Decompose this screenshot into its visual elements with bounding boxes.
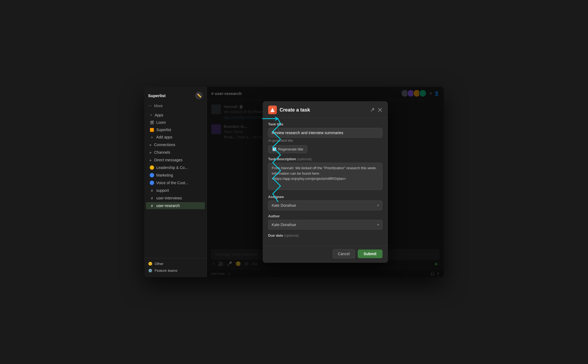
- ai-generated-label: AI-generated title: [268, 139, 382, 143]
- author-label: Author: [268, 214, 382, 218]
- author-value: Kate Donahue: [272, 223, 296, 227]
- leadership-dot-icon: [150, 165, 154, 170]
- create-task-modal: Create a task: [263, 101, 388, 263]
- sidebar-item-marketing[interactable]: Marketing: [146, 172, 205, 179]
- assignee-group: Assignee Kate Donahue ▾: [268, 195, 382, 210]
- close-icon: [378, 108, 382, 112]
- sidebar-item-loom[interactable]: 🎬 Loom: [146, 119, 205, 126]
- apps-section: ▼ Apps 🎬 Loom 🟧 Superlist + Add apps: [144, 111, 207, 141]
- due-date-label: Due date (optional): [268, 233, 382, 237]
- user-interviews-label: user-interviews: [156, 196, 182, 200]
- chevron-down-assignee-icon: ▾: [377, 203, 379, 207]
- sidebar-item-feature-teams[interactable]: ⚙️ Feature teams: [144, 267, 207, 274]
- app-logo: [268, 106, 277, 114]
- superlist-logo-icon: [270, 107, 275, 113]
- loom-icon: 🎬: [150, 120, 154, 125]
- sidebar-item-channels[interactable]: ▶ Channels: [146, 149, 205, 156]
- feature-teams-label: Feature teams: [155, 269, 177, 273]
- add-icon: +: [150, 135, 154, 139]
- leadership-label: Leadership & Co...: [156, 165, 188, 170]
- svg-marker-0: [270, 108, 275, 112]
- sidebar-item-user-interviews[interactable]: # user-interviews: [146, 195, 205, 202]
- sidebar-item-support[interactable]: # support: [146, 187, 205, 194]
- modal-footer: Cancel Submit: [263, 246, 388, 263]
- sidebar-item-user-research[interactable]: # user-research: [146, 202, 205, 209]
- compose-button[interactable]: ✏️: [195, 92, 203, 99]
- sidebar-item-direct-messages[interactable]: ▶ Direct messages: [146, 156, 205, 164]
- user-research-label: user-research: [156, 203, 180, 208]
- task-description-group: Task description (optional) From Hannah:…: [268, 157, 382, 191]
- hash-interviews-icon: #: [150, 196, 154, 200]
- regenerate-icon: 🔄: [272, 147, 277, 151]
- close-button[interactable]: [378, 107, 382, 112]
- modal-body: Task title AI-generated title 🔄 Regenera…: [263, 118, 388, 246]
- author-select[interactable]: Kate Donahue ▾: [268, 220, 382, 230]
- marketing-dot-icon: [150, 173, 154, 177]
- task-description-label: Task description (optional): [268, 157, 382, 161]
- external-link-button[interactable]: [370, 107, 375, 112]
- add-apps-label: Add apps: [156, 135, 172, 139]
- superlist-label: Superlist: [156, 128, 171, 132]
- assignee-label: Assignee: [268, 195, 382, 199]
- task-title-input[interactable]: [268, 128, 382, 138]
- chevron-down-author-icon: ▾: [377, 223, 379, 227]
- external-link-icon: [370, 108, 374, 112]
- sidebar-item-superlist[interactable]: 🟧 Superlist: [146, 126, 205, 133]
- sidebar-item-voice[interactable]: Voice of the Cust...: [146, 179, 205, 186]
- workspace-name[interactable]: Superlist: [148, 93, 166, 98]
- chevron-icon: ▼: [150, 114, 152, 117]
- modal-header-actions: [370, 107, 382, 112]
- support-label: support: [156, 188, 169, 193]
- submit-button[interactable]: Submit: [358, 249, 382, 258]
- voice-label: Voice of the Cust...: [156, 181, 188, 185]
- sidebar: Superlist ✏️ ⋯ More ▼ Apps 🎬 Loom 🟧 Supe…: [144, 87, 207, 277]
- sidebar-footer: 😊 Other ⚙️ Feature teams: [144, 258, 207, 274]
- voice-dot-icon: [150, 181, 154, 185]
- channels-label: Channels: [154, 150, 170, 155]
- connections-label: Connections: [154, 143, 175, 147]
- task-title-label: Task title: [268, 122, 382, 126]
- marketing-label: Marketing: [156, 173, 173, 177]
- other-icon: 😊: [148, 262, 152, 266]
- task-description-textarea[interactable]: From Hannah: We kicked off the "Prioriti…: [268, 163, 382, 190]
- gear-icon: ⚙️: [148, 269, 152, 273]
- due-date-group: Due date (optional): [268, 233, 382, 237]
- app-window: Superlist ✏️ ⋯ More ▼ Apps 🎬 Loom 🟧 Supe…: [144, 87, 444, 277]
- regenerate-label: Regenerate title: [278, 147, 303, 151]
- modal-title: Create a task: [280, 107, 310, 113]
- chevron-channels-icon: ▶: [150, 151, 152, 154]
- superlist-icon: 🟧: [150, 128, 154, 132]
- hash-support-icon: #: [150, 188, 154, 193]
- task-title-group: Task title AI-generated title 🔄 Regenera…: [268, 122, 382, 153]
- sidebar-item-leadership[interactable]: Leadership & Co...: [146, 164, 205, 171]
- sidebar-item-connections[interactable]: ▶ Connections: [146, 141, 205, 148]
- other-label: Other: [155, 262, 164, 266]
- loom-label: Loom: [156, 120, 166, 125]
- more-label: More: [154, 104, 163, 108]
- sidebar-item-other[interactable]: 😊 Other: [144, 260, 207, 267]
- sidebar-more-item[interactable]: ⋯ More: [144, 103, 207, 109]
- author-group: Author Kate Donahue ▾: [268, 214, 382, 230]
- modal-header: Create a task: [263, 101, 388, 118]
- sidebar-item-add-apps[interactable]: + Add apps: [146, 134, 205, 141]
- chevron-dm-icon: ▶: [150, 159, 152, 162]
- apps-label: Apps: [155, 113, 163, 117]
- more-dots: ⋯: [148, 104, 152, 108]
- sidebar-item-apps[interactable]: ▼ Apps: [146, 112, 205, 119]
- sidebar-header: Superlist ✏️: [144, 90, 207, 103]
- assignee-select[interactable]: Kate Donahue ▾: [268, 200, 382, 210]
- chevron-connections-icon: ▶: [150, 143, 152, 146]
- hash-research-icon: #: [150, 203, 154, 208]
- direct-messages-label: Direct messages: [154, 158, 182, 162]
- cancel-button[interactable]: Cancel: [333, 249, 355, 258]
- regenerate-title-button[interactable]: 🔄 Regenerate title: [268, 145, 307, 153]
- main-content: # user-research 9 👤 Han: [207, 87, 444, 277]
- assignee-value: Kate Donahue: [272, 203, 296, 208]
- modal-title-row: Create a task: [268, 106, 310, 114]
- modal-overlay: Create a task: [207, 87, 444, 277]
